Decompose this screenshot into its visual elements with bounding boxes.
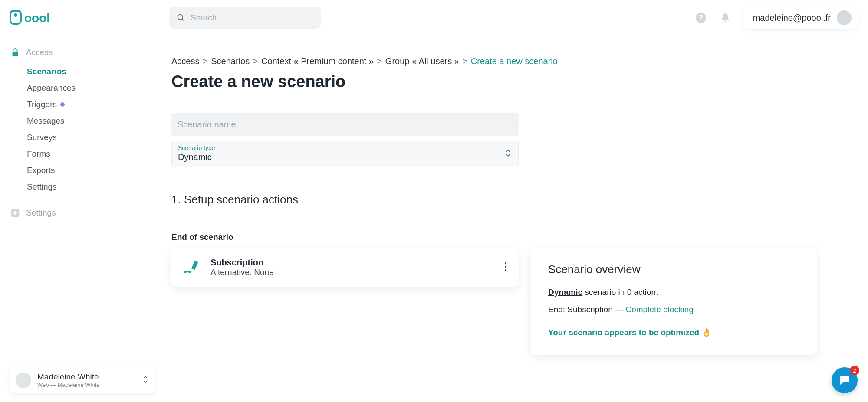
- chat-badge: 2: [850, 366, 859, 375]
- svg-line-4: [182, 19, 184, 21]
- search-box[interactable]: [169, 7, 321, 29]
- logo[interactable]: oool: [10, 10, 169, 26]
- avatar: [837, 10, 852, 25]
- main-content: Access > Scenarios > Context « Premium c…: [171, 56, 840, 355]
- overview-card: Scenario overview Dynamic scenario in 0 …: [531, 248, 817, 355]
- sidebar-item-settings[interactable]: Settings: [27, 179, 156, 195]
- breadcrumb: Access > Scenarios > Context « Premium c…: [171, 56, 840, 66]
- svg-point-10: [505, 265, 506, 267]
- header: oool ? madeleine@poool.fr: [0, 0, 868, 36]
- sidebar-group-label: Access: [26, 48, 53, 57]
- lock-icon: [10, 48, 20, 57]
- section-title: 1. Setup scenario actions: [171, 193, 840, 206]
- sidebar-group-label: Settings: [26, 208, 56, 218]
- subscription-icon: [183, 258, 199, 277]
- profile-text: Madeleine White Web — Madeleine White: [37, 373, 100, 388]
- sidebar-group-access[interactable]: Access: [10, 48, 156, 57]
- breadcrumb-item[interactable]: Group « All users »: [385, 56, 459, 66]
- scenario-type-label: Scenario type: [178, 144, 512, 151]
- overview-line3: Your scenario appears to be optimized 👌: [548, 327, 800, 337]
- scenario-name-input[interactable]: [171, 113, 519, 136]
- action-card-menu[interactable]: [504, 261, 507, 274]
- action-card-text: Subscription Alternative: None: [210, 258, 274, 277]
- svg-point-9: [505, 262, 506, 264]
- sidebar-item-scenarios[interactable]: Scenarios: [27, 63, 156, 80]
- profile-switcher[interactable]: Madeleine White Web — Madeleine White: [10, 367, 155, 393]
- overview-line1: Dynamic scenario in 0 action:: [548, 288, 800, 297]
- sidebar-item-messages[interactable]: Messages: [27, 113, 156, 129]
- kebab-icon: [504, 261, 507, 272]
- sidebar-item-appearances[interactable]: Appearances: [27, 80, 156, 96]
- search-icon: [177, 13, 185, 22]
- breadcrumb-item[interactable]: Scenarios: [211, 56, 250, 66]
- svg-text:?: ?: [699, 13, 703, 21]
- scenario-type-select[interactable]: Scenario type Dynamic: [171, 141, 519, 167]
- avatar: [16, 373, 31, 388]
- dot-indicator-icon: [60, 102, 65, 107]
- user-menu[interactable]: madeleine@poool.fr: [743, 7, 858, 29]
- profile-sub: Web — Madeleine White: [37, 382, 100, 388]
- chat-icon: [838, 374, 851, 387]
- overview-line2: End: Subscription — Complete blocking: [548, 305, 800, 314]
- sidebar-item-triggers[interactable]: Triggers: [27, 96, 156, 113]
- svg-point-11: [505, 269, 506, 271]
- user-email: madeleine@poool.fr: [753, 13, 831, 23]
- svg-text:oool: oool: [24, 11, 50, 25]
- sidebar-group-settings[interactable]: Settings: [10, 208, 156, 218]
- action-card-subscription[interactable]: Subscription Alternative: None: [171, 248, 519, 287]
- header-right: ? madeleine@poool.fr: [695, 7, 858, 29]
- sidebar-item-forms[interactable]: Forms: [27, 146, 156, 162]
- sidebar: Access Scenarios Appearances Triggers Me…: [0, 48, 156, 224]
- breadcrumb-item[interactable]: Context « Premium content »: [261, 56, 374, 66]
- poool-logo-icon: oool: [10, 10, 62, 26]
- svg-point-1: [14, 13, 17, 17]
- chevron-updown-icon: [142, 375, 148, 386]
- search-input[interactable]: [191, 13, 313, 23]
- svg-point-8: [13, 211, 16, 214]
- breadcrumb-item[interactable]: Access: [171, 56, 199, 66]
- chat-button[interactable]: 2: [832, 367, 858, 393]
- sidebar-item-exports[interactable]: Exports: [27, 162, 156, 179]
- end-of-scenario-label: End of scenario: [171, 232, 840, 242]
- scenario-type-value: Dynamic: [178, 152, 512, 162]
- help-icon[interactable]: ?: [695, 12, 707, 24]
- breadcrumb-current: Create a new scenario: [471, 56, 558, 66]
- sidebar-item-surveys[interactable]: Surveys: [27, 129, 156, 146]
- gear-icon: [10, 208, 20, 218]
- svg-rect-0: [10, 11, 21, 24]
- action-subtitle: Alternative: None: [210, 268, 274, 277]
- overview-title: Scenario overview: [548, 263, 800, 276]
- page-title: Create a new scenario: [171, 72, 840, 91]
- bell-icon[interactable]: [719, 12, 731, 24]
- svg-point-3: [178, 15, 183, 20]
- action-title: Subscription: [210, 258, 274, 268]
- profile-name: Madeleine White: [37, 373, 100, 382]
- chevron-updown-icon: [505, 149, 511, 159]
